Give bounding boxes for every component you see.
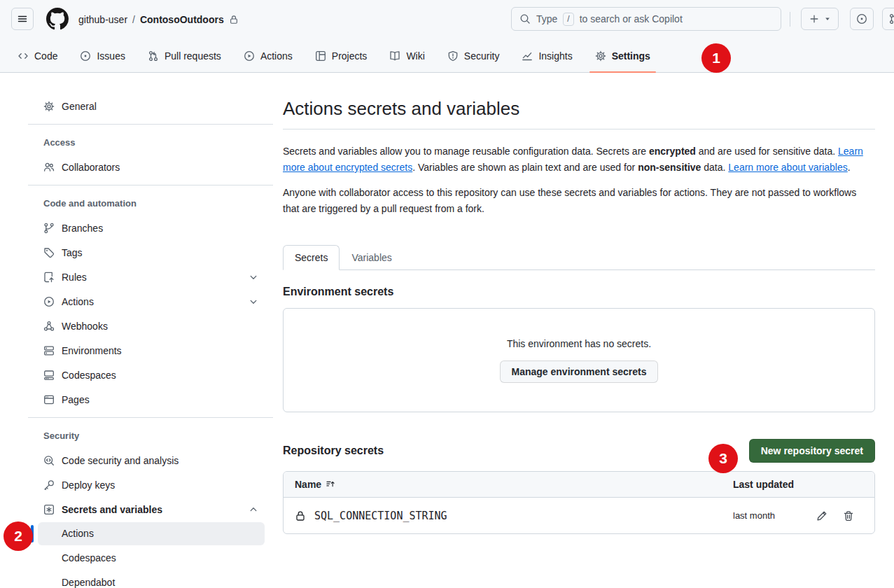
sidebar-item-label: Actions <box>62 296 94 307</box>
breadcrumb-repo-link[interactable]: ContosoOutdoors <box>140 14 224 25</box>
sidebar-subitem-actions[interactable]: Actions <box>28 522 273 546</box>
sidebar-subitem-label: Codespaces <box>28 546 273 570</box>
people-icon <box>43 162 55 173</box>
codespaces-icon <box>43 370 55 381</box>
sidebar-item-label: Collaborators <box>62 162 120 173</box>
chevron-down-icon <box>248 272 259 283</box>
environment-secrets-heading: Environment secrets <box>283 286 875 298</box>
tab-insights[interactable]: Insights <box>516 38 578 73</box>
sidebar-divider <box>28 124 273 125</box>
sidebar-item-codespaces[interactable]: Codespaces <box>28 363 273 387</box>
tab-label: Issues <box>97 50 125 62</box>
tab-pull-requests[interactable]: Pull requests <box>142 38 227 73</box>
secret-last-updated: last month <box>733 510 775 521</box>
breadcrumb-separator: / <box>132 14 135 25</box>
lock-icon <box>295 510 306 522</box>
sidebar-item-actions[interactable]: Actions <box>28 289 273 314</box>
issue-opened-icon <box>856 13 867 24</box>
tab-security[interactable]: Security <box>442 38 505 73</box>
sidebar-item-label: Pages <box>62 394 90 405</box>
sidebar-item-label: General <box>62 101 97 112</box>
sidebar-item-label: Tags <box>62 247 83 258</box>
browser-icon <box>43 394 55 405</box>
delete-secret-button[interactable] <box>843 510 854 522</box>
tab-projects[interactable]: Projects <box>309 38 373 73</box>
sidebar-item-label: Deploy keys <box>62 479 115 491</box>
header-divider <box>790 12 790 27</box>
tab-secrets[interactable]: Secrets <box>283 245 340 270</box>
key-icon <box>43 479 55 491</box>
gear-icon <box>43 101 55 112</box>
sidebar-section-code-and-automation: Code and automation <box>28 191 273 216</box>
sort-by-name-button[interactable]: Name <box>295 479 720 490</box>
sidebar-item-branches[interactable]: Branches <box>28 216 273 240</box>
sidebar-item-tags[interactable]: Tags <box>28 240 273 265</box>
search-icon <box>519 13 531 24</box>
settings-sidebar: General Access Collaborators Code and au… <box>28 73 273 588</box>
github-mark-icon <box>46 8 69 30</box>
sidebar-subitem-label: Dependabot <box>28 570 273 588</box>
link-learn-variables[interactable]: Learn more about variables <box>728 162 847 173</box>
access-paragraph: Anyone with collaborator access to this … <box>283 185 875 217</box>
tab-variables[interactable]: Variables <box>340 245 403 270</box>
tab-label: Wiki <box>406 50 424 62</box>
tab-settings[interactable]: Settings <box>589 38 656 73</box>
sidebar-item-deploy-keys[interactable]: Deploy keys <box>28 472 273 497</box>
play-icon <box>244 50 255 62</box>
new-repository-secret-button[interactable]: New repository secret <box>749 439 875 463</box>
breadcrumb-owner-link[interactable]: github-user <box>78 14 127 25</box>
sidebar-divider <box>28 417 273 418</box>
annotation-step-3: 3 <box>708 444 738 473</box>
global-pull-requests-button[interactable] <box>882 8 894 30</box>
tab-label: Pull requests <box>165 50 221 62</box>
git-pull-request-icon <box>148 50 159 62</box>
sidebar-item-label: Environments <box>62 345 122 356</box>
annotation-step-1: 1 <box>701 43 731 73</box>
annotation-step-2: 2 <box>4 522 33 551</box>
sidebar-divider <box>28 185 273 186</box>
environment-empty-message: This environment has no secrets. <box>507 338 651 349</box>
book-icon <box>389 50 400 62</box>
trash-icon <box>843 510 854 522</box>
sidebar-subitem-dependabot[interactable]: Dependabot <box>28 570 273 588</box>
sidebar-item-rules[interactable]: Rules <box>28 265 273 289</box>
sidebar-subitem-codespaces[interactable]: Codespaces <box>28 546 273 570</box>
tab-label: Insights <box>538 50 572 62</box>
tab-label: Settings <box>612 50 650 62</box>
tab-code[interactable]: Code <box>12 38 63 73</box>
global-search-input[interactable]: Type / to search or ask Copilot <box>511 7 781 31</box>
sidebar-item-environments[interactable]: Environments <box>28 338 273 363</box>
table-header-row: Name Last updated <box>284 472 874 498</box>
private-repo-lock-icon <box>229 15 239 24</box>
global-issues-button[interactable] <box>850 8 874 30</box>
tab-actions[interactable]: Actions <box>238 38 298 73</box>
sidebar-item-secrets-and-variables[interactable]: Secrets and variables <box>28 497 273 522</box>
sidebar-item-code-security[interactable]: Code security and analysis <box>28 448 273 472</box>
sidebar-item-label: Codespaces <box>62 370 116 381</box>
tab-label: Security <box>464 50 500 62</box>
sidebar-item-label: Secrets and variables <box>62 504 162 515</box>
sidebar-subitem-label: Actions <box>28 522 273 546</box>
create-new-button[interactable] <box>801 8 839 30</box>
sidebar-item-pages[interactable]: Pages <box>28 387 273 412</box>
webhook-icon <box>43 321 55 332</box>
sidebar-item-webhooks[interactable]: Webhooks <box>28 314 273 338</box>
pencil-icon <box>816 510 827 522</box>
settings-main-content: Actions secrets and variables Secrets an… <box>283 73 875 534</box>
repository-secrets-table: Name Last updated SQL_CONNECTION_STRING … <box>283 471 875 534</box>
edit-secret-button[interactable] <box>816 510 827 522</box>
global-nav-menu-button[interactable] <box>11 8 34 30</box>
sidebar-item-label: Webhooks <box>62 321 108 332</box>
github-repo-settings-page: github-user / ContosoOutdoors Type / to … <box>0 0 894 588</box>
manage-environment-secrets-button[interactable]: Manage environment secrets <box>500 360 659 383</box>
sidebar-item-collaborators[interactable]: Collaborators <box>28 155 273 179</box>
shield-icon <box>447 50 459 62</box>
github-logo[interactable] <box>46 8 69 30</box>
name-column-header: Name <box>295 479 321 490</box>
search-placeholder-prefix: Type <box>536 13 557 24</box>
caret-down-icon <box>824 15 831 22</box>
sidebar-item-general[interactable]: General <box>28 94 273 118</box>
tab-wiki[interactable]: Wiki <box>384 38 430 73</box>
tab-issues[interactable]: Issues <box>74 38 130 73</box>
sidebar-item-label: Branches <box>62 223 103 234</box>
